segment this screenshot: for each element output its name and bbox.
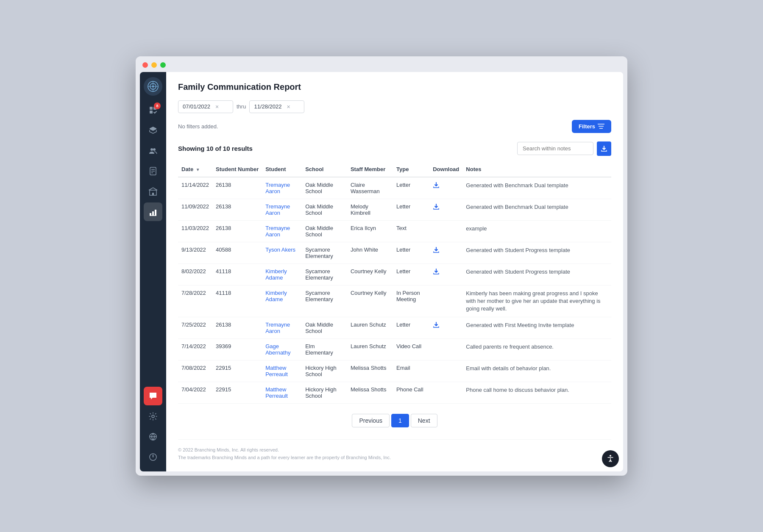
col-student[interactable]: Student — [262, 162, 302, 177]
download-cell[interactable] — [429, 177, 462, 199]
row-student-number: 26138 — [212, 177, 262, 199]
traffic-light-red[interactable] — [142, 62, 148, 68]
sidebar-item-reports[interactable] — [144, 202, 162, 221]
student-link[interactable]: Kimberly Adame — [265, 290, 287, 302]
download-cell[interactable] — [429, 199, 462, 220]
col-date[interactable]: Date ▼ — [178, 162, 212, 177]
sidebar-item-settings[interactable] — [144, 407, 162, 426]
student-link[interactable]: Tremayne Aaron — [265, 182, 290, 194]
row-student[interactable]: Tremayne Aaron — [262, 220, 302, 242]
student-link[interactable]: Tremayne Aaron — [265, 203, 290, 216]
row-date: 7/04/2022 — [178, 382, 212, 404]
row-type: Text — [393, 220, 429, 242]
row-notes: Called parents re frequent absence. — [462, 339, 611, 360]
table-row: 11/03/2022 26138 Tremayne Aaron Oak Midd… — [178, 220, 611, 242]
row-student[interactable]: Tremayne Aaron — [262, 199, 302, 220]
student-link[interactable]: Tyson Akers — [265, 247, 295, 253]
page-title: Family Communication Report — [178, 82, 611, 92]
filters-button[interactable]: Filters — [572, 120, 611, 133]
row-type: Letter — [393, 263, 429, 285]
row-download-icon[interactable] — [433, 322, 440, 330]
svg-point-28 — [610, 455, 611, 457]
sidebar-item-students[interactable] — [144, 121, 162, 140]
row-date: 7/28/2022 — [178, 285, 212, 317]
svg-rect-16 — [150, 213, 151, 216]
row-type: Phone Call — [393, 382, 429, 404]
filters-btn-label: Filters — [579, 123, 595, 130]
row-school: Sycamore Elementary — [302, 242, 347, 263]
row-school: Elm Elementary — [302, 339, 347, 360]
thru-label: thru — [237, 103, 246, 110]
row-student[interactable]: Matthew Perreault — [262, 382, 302, 404]
row-student[interactable]: Tyson Akers — [262, 242, 302, 263]
row-download-icon[interactable] — [433, 204, 440, 211]
row-notes: Kimberly has been making great progress … — [462, 285, 611, 317]
no-filters-text: No filters added. — [178, 123, 218, 130]
date-from-input[interactable]: 07/01/2022 × — [178, 100, 233, 113]
sidebar-item-documents[interactable] — [144, 162, 162, 180]
col-staff-member[interactable]: Staff Member — [347, 162, 393, 177]
sidebar-item-globe[interactable] — [144, 427, 162, 446]
row-student-number: 26138 — [212, 220, 262, 242]
row-type: In Person Meeting — [393, 285, 429, 317]
results-count: Showing 10 of 10 results — [178, 145, 253, 152]
row-school: Oak Middle School — [302, 177, 347, 199]
download-cell[interactable] — [429, 242, 462, 263]
row-student[interactable]: Kimberly Adame — [262, 263, 302, 285]
table-row: 7/04/2022 22915 Matthew Perreault Hickor… — [178, 382, 611, 404]
row-student[interactable]: Kimberly Adame — [262, 285, 302, 317]
table-row: 11/09/2022 26138 Tremayne Aaron Oak Midd… — [178, 199, 611, 220]
next-button[interactable]: Next — [411, 414, 437, 427]
col-type[interactable]: Type — [393, 162, 429, 177]
row-notes: Phone call home to discuss behavior plan… — [462, 382, 611, 404]
row-download-icon[interactable] — [433, 247, 440, 255]
row-student[interactable]: Matthew Perreault — [262, 360, 302, 382]
row-type: Email — [393, 360, 429, 382]
row-type: Letter — [393, 177, 429, 199]
row-student[interactable]: Tremayne Aaron — [262, 177, 302, 199]
footer: © 2022 Branching Minds, Inc. All rights … — [178, 439, 611, 461]
download-cell[interactable] — [429, 317, 462, 339]
row-date: 8/02/2022 — [178, 263, 212, 285]
student-link[interactable]: Tremayne Aaron — [265, 225, 290, 238]
row-student-number: 39369 — [212, 339, 262, 360]
row-staff: Melissa Shotts — [347, 382, 393, 404]
col-student-number[interactable]: Student Number — [212, 162, 262, 177]
row-staff: Claire Wasserman — [347, 177, 393, 199]
search-notes-input[interactable] — [517, 142, 593, 155]
download-icon — [601, 145, 607, 152]
date-filter-row: 07/01/2022 × thru 11/28/2022 × — [178, 100, 611, 113]
col-download[interactable]: Download — [429, 162, 462, 177]
student-link[interactable]: Gage Abernathy — [265, 343, 290, 356]
row-student[interactable]: Gage Abernathy — [262, 339, 302, 360]
date-to-input[interactable]: 11/28/2022 × — [249, 100, 304, 113]
sidebar-item-logout[interactable] — [144, 448, 162, 466]
traffic-light-green[interactable] — [160, 62, 166, 68]
page-1-button[interactable]: 1 — [391, 414, 409, 427]
download-cell — [429, 382, 462, 404]
download-cell[interactable] — [429, 263, 462, 285]
col-school[interactable]: School — [302, 162, 347, 177]
student-link[interactable]: Matthew Perreault — [265, 386, 288, 399]
row-student-number: 26138 — [212, 317, 262, 339]
row-download-icon[interactable] — [433, 269, 440, 276]
traffic-light-yellow[interactable] — [151, 62, 157, 68]
col-notes[interactable]: Notes — [462, 162, 611, 177]
sidebar-logo[interactable] — [144, 77, 162, 96]
row-student-number: 41118 — [212, 285, 262, 317]
sidebar-item-chat[interactable] — [144, 387, 162, 405]
student-link[interactable]: Kimberly Adame — [265, 268, 287, 281]
row-student[interactable]: Tremayne Aaron — [262, 317, 302, 339]
download-button[interactable] — [597, 141, 611, 156]
sidebar-item-tasks[interactable]: 8 — [144, 101, 162, 119]
date-from-clear[interactable]: × — [215, 103, 219, 110]
previous-button[interactable]: Previous — [352, 414, 389, 427]
row-notes: Generated with First Meeting Invite temp… — [462, 317, 611, 339]
date-to-clear[interactable]: × — [287, 103, 290, 110]
student-link[interactable]: Matthew Perreault — [265, 365, 288, 377]
sidebar-item-buildings[interactable] — [144, 182, 162, 201]
student-link[interactable]: Tremayne Aaron — [265, 321, 290, 334]
row-download-icon[interactable] — [433, 183, 440, 190]
sidebar-item-groups[interactable] — [144, 141, 162, 160]
table-row: 7/28/2022 41118 Kimberly Adame Sycamore … — [178, 285, 611, 317]
